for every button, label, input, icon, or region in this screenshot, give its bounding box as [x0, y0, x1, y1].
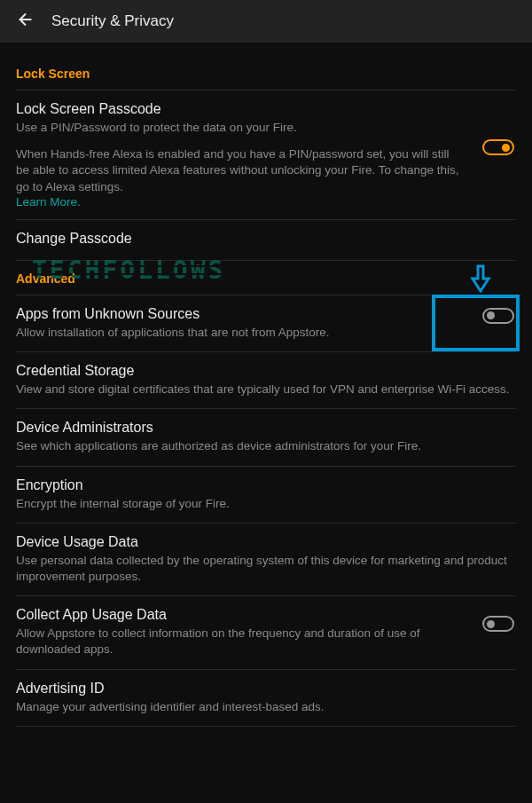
setting-advertising-id[interactable]: Advertising ID Manage your advertising i…: [16, 670, 516, 727]
setting-title: Change Passcode: [16, 231, 516, 247]
setting-credential-storage[interactable]: Credential Storage View and store digita…: [16, 352, 516, 409]
back-arrow-icon[interactable]: [16, 10, 35, 33]
setting-title: Advertising ID: [16, 681, 516, 697]
settings-content: Lock Screen Lock Screen Passcode Use a P…: [0, 43, 532, 727]
setting-apps-unknown-sources[interactable]: Apps from Unknown Sources Allow installa…: [16, 295, 516, 352]
toggle-lock-screen-passcode[interactable]: [482, 139, 514, 155]
app-header: Security & Privacy: [0, 0, 532, 43]
setting-desc: Use a PIN/Password to protect the data o…: [16, 120, 516, 136]
section-header-lock-screen: Lock Screen: [16, 56, 516, 91]
setting-desc: See which applications are authorized as…: [16, 438, 516, 454]
setting-desc: Allow installation of applications that …: [16, 325, 516, 341]
setting-desc: Use personal data collected by the opera…: [16, 553, 516, 585]
toggle-unknown-sources[interactable]: [482, 308, 514, 324]
setting-title: Device Usage Data: [16, 534, 516, 550]
setting-desc: View and store digital certificates that…: [16, 382, 516, 398]
setting-collect-app-usage[interactable]: Collect App Usage Data Allow Appstore to…: [16, 596, 516, 669]
setting-title: Lock Screen Passcode: [16, 101, 516, 117]
page-title: Security & Privacy: [51, 12, 174, 30]
setting-encryption[interactable]: Encryption Encrypt the internal storage …: [16, 467, 516, 524]
setting-desc: Manage your advertising identifier and i…: [16, 699, 516, 715]
section-header-advanced: Advanced: [16, 261, 516, 295]
setting-title: Collect App Usage Data: [16, 607, 472, 623]
setting-lock-screen-passcode[interactable]: Lock Screen Passcode Use a PIN/Password …: [16, 91, 516, 220]
setting-title: Apps from Unknown Sources: [16, 306, 516, 322]
setting-title: Credential Storage: [16, 363, 516, 379]
setting-title: Encryption: [16, 477, 516, 493]
setting-desc: Allow Appstore to collect information on…: [16, 626, 472, 657]
setting-device-administrators[interactable]: Device Administrators See which applicat…: [16, 409, 516, 466]
setting-change-passcode[interactable]: Change Passcode: [16, 220, 516, 261]
setting-desc: Encrypt the internal storage of your Fir…: [16, 496, 516, 512]
setting-desc-extra: When Hands-free Alexa is enabled and you…: [16, 146, 459, 195]
toggle-collect-app-usage[interactable]: [482, 616, 514, 632]
learn-more-link[interactable]: Learn More.: [16, 195, 516, 209]
setting-device-usage-data[interactable]: Device Usage Data Use personal data coll…: [16, 524, 516, 596]
setting-title: Device Administrators: [16, 420, 516, 436]
